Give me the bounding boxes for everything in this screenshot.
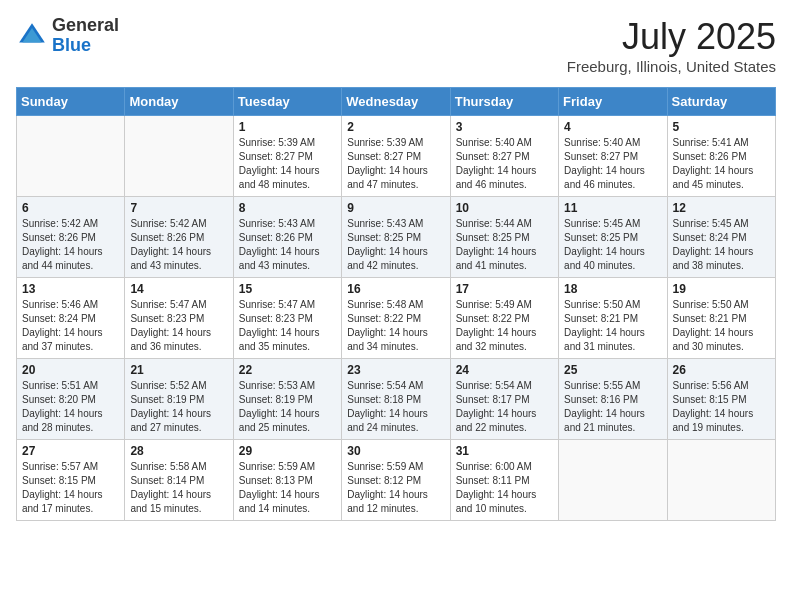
calendar-cell <box>125 116 233 197</box>
day-number: 25 <box>564 363 661 377</box>
day-info: Sunrise: 5:50 AMSunset: 8:21 PMDaylight:… <box>564 298 661 354</box>
day-number: 22 <box>239 363 336 377</box>
calendar-cell: 12Sunrise: 5:45 AMSunset: 8:24 PMDayligh… <box>667 197 775 278</box>
day-number: 26 <box>673 363 770 377</box>
day-info: Sunrise: 5:45 AMSunset: 8:24 PMDaylight:… <box>673 217 770 273</box>
day-info: Sunrise: 5:43 AMSunset: 8:25 PMDaylight:… <box>347 217 444 273</box>
day-number: 31 <box>456 444 553 458</box>
day-number: 17 <box>456 282 553 296</box>
calendar-table: SundayMondayTuesdayWednesdayThursdayFrid… <box>16 87 776 521</box>
day-info: Sunrise: 5:59 AMSunset: 8:13 PMDaylight:… <box>239 460 336 516</box>
day-info: Sunrise: 5:39 AMSunset: 8:27 PMDaylight:… <box>347 136 444 192</box>
calendar-cell: 14Sunrise: 5:47 AMSunset: 8:23 PMDayligh… <box>125 278 233 359</box>
day-number: 10 <box>456 201 553 215</box>
logo-icon <box>16 20 48 52</box>
calendar-cell: 18Sunrise: 5:50 AMSunset: 8:21 PMDayligh… <box>559 278 667 359</box>
day-info: Sunrise: 5:48 AMSunset: 8:22 PMDaylight:… <box>347 298 444 354</box>
day-info: Sunrise: 5:46 AMSunset: 8:24 PMDaylight:… <box>22 298 119 354</box>
day-number: 21 <box>130 363 227 377</box>
calendar-cell: 6Sunrise: 5:42 AMSunset: 8:26 PMDaylight… <box>17 197 125 278</box>
day-info: Sunrise: 5:40 AMSunset: 8:27 PMDaylight:… <box>564 136 661 192</box>
day-info: Sunrise: 5:52 AMSunset: 8:19 PMDaylight:… <box>130 379 227 435</box>
day-number: 30 <box>347 444 444 458</box>
calendar-cell: 15Sunrise: 5:47 AMSunset: 8:23 PMDayligh… <box>233 278 341 359</box>
calendar-cell: 26Sunrise: 5:56 AMSunset: 8:15 PMDayligh… <box>667 359 775 440</box>
logo: General Blue <box>16 16 119 56</box>
day-number: 11 <box>564 201 661 215</box>
day-info: Sunrise: 5:40 AMSunset: 8:27 PMDaylight:… <box>456 136 553 192</box>
day-info: Sunrise: 6:00 AMSunset: 8:11 PMDaylight:… <box>456 460 553 516</box>
calendar-cell: 1Sunrise: 5:39 AMSunset: 8:27 PMDaylight… <box>233 116 341 197</box>
day-info: Sunrise: 5:54 AMSunset: 8:17 PMDaylight:… <box>456 379 553 435</box>
calendar-cell: 24Sunrise: 5:54 AMSunset: 8:17 PMDayligh… <box>450 359 558 440</box>
calendar-cell: 31Sunrise: 6:00 AMSunset: 8:11 PMDayligh… <box>450 440 558 521</box>
weekday-header-friday: Friday <box>559 88 667 116</box>
calendar-cell: 19Sunrise: 5:50 AMSunset: 8:21 PMDayligh… <box>667 278 775 359</box>
day-number: 6 <box>22 201 119 215</box>
day-number: 4 <box>564 120 661 134</box>
calendar-cell: 22Sunrise: 5:53 AMSunset: 8:19 PMDayligh… <box>233 359 341 440</box>
calendar-cell: 21Sunrise: 5:52 AMSunset: 8:19 PMDayligh… <box>125 359 233 440</box>
logo-blue-text: Blue <box>52 35 91 55</box>
day-info: Sunrise: 5:45 AMSunset: 8:25 PMDaylight:… <box>564 217 661 273</box>
weekday-header-monday: Monday <box>125 88 233 116</box>
weekday-header-sunday: Sunday <box>17 88 125 116</box>
month-title: July 2025 <box>567 16 776 58</box>
day-number: 13 <box>22 282 119 296</box>
day-info: Sunrise: 5:56 AMSunset: 8:15 PMDaylight:… <box>673 379 770 435</box>
day-info: Sunrise: 5:50 AMSunset: 8:21 PMDaylight:… <box>673 298 770 354</box>
week-row-2: 6Sunrise: 5:42 AMSunset: 8:26 PMDaylight… <box>17 197 776 278</box>
week-row-5: 27Sunrise: 5:57 AMSunset: 8:15 PMDayligh… <box>17 440 776 521</box>
day-number: 19 <box>673 282 770 296</box>
calendar-cell: 30Sunrise: 5:59 AMSunset: 8:12 PMDayligh… <box>342 440 450 521</box>
day-info: Sunrise: 5:39 AMSunset: 8:27 PMDaylight:… <box>239 136 336 192</box>
calendar-cell: 2Sunrise: 5:39 AMSunset: 8:27 PMDaylight… <box>342 116 450 197</box>
day-number: 5 <box>673 120 770 134</box>
page-header: General Blue July 2025 Freeburg, Illinoi… <box>16 16 776 75</box>
day-info: Sunrise: 5:47 AMSunset: 8:23 PMDaylight:… <box>239 298 336 354</box>
calendar-cell: 5Sunrise: 5:41 AMSunset: 8:26 PMDaylight… <box>667 116 775 197</box>
day-info: Sunrise: 5:42 AMSunset: 8:26 PMDaylight:… <box>22 217 119 273</box>
day-info: Sunrise: 5:51 AMSunset: 8:20 PMDaylight:… <box>22 379 119 435</box>
weekday-header-thursday: Thursday <box>450 88 558 116</box>
day-number: 7 <box>130 201 227 215</box>
week-row-3: 13Sunrise: 5:46 AMSunset: 8:24 PMDayligh… <box>17 278 776 359</box>
weekday-header-wednesday: Wednesday <box>342 88 450 116</box>
day-number: 14 <box>130 282 227 296</box>
day-info: Sunrise: 5:49 AMSunset: 8:22 PMDaylight:… <box>456 298 553 354</box>
calendar-cell: 25Sunrise: 5:55 AMSunset: 8:16 PMDayligh… <box>559 359 667 440</box>
calendar-cell: 10Sunrise: 5:44 AMSunset: 8:25 PMDayligh… <box>450 197 558 278</box>
logo-text: General Blue <box>52 16 119 56</box>
calendar-cell <box>667 440 775 521</box>
day-number: 20 <box>22 363 119 377</box>
day-number: 2 <box>347 120 444 134</box>
calendar-cell: 29Sunrise: 5:59 AMSunset: 8:13 PMDayligh… <box>233 440 341 521</box>
day-number: 12 <box>673 201 770 215</box>
day-number: 24 <box>456 363 553 377</box>
day-number: 8 <box>239 201 336 215</box>
day-info: Sunrise: 5:47 AMSunset: 8:23 PMDaylight:… <box>130 298 227 354</box>
weekday-header-tuesday: Tuesday <box>233 88 341 116</box>
day-info: Sunrise: 5:57 AMSunset: 8:15 PMDaylight:… <box>22 460 119 516</box>
weekday-header-saturday: Saturday <box>667 88 775 116</box>
calendar-cell: 17Sunrise: 5:49 AMSunset: 8:22 PMDayligh… <box>450 278 558 359</box>
calendar-cell <box>559 440 667 521</box>
day-info: Sunrise: 5:55 AMSunset: 8:16 PMDaylight:… <box>564 379 661 435</box>
calendar-cell: 9Sunrise: 5:43 AMSunset: 8:25 PMDaylight… <box>342 197 450 278</box>
day-number: 9 <box>347 201 444 215</box>
day-number: 29 <box>239 444 336 458</box>
calendar-cell: 7Sunrise: 5:42 AMSunset: 8:26 PMDaylight… <box>125 197 233 278</box>
week-row-1: 1Sunrise: 5:39 AMSunset: 8:27 PMDaylight… <box>17 116 776 197</box>
day-info: Sunrise: 5:44 AMSunset: 8:25 PMDaylight:… <box>456 217 553 273</box>
calendar-cell: 11Sunrise: 5:45 AMSunset: 8:25 PMDayligh… <box>559 197 667 278</box>
day-info: Sunrise: 5:59 AMSunset: 8:12 PMDaylight:… <box>347 460 444 516</box>
calendar-cell: 4Sunrise: 5:40 AMSunset: 8:27 PMDaylight… <box>559 116 667 197</box>
day-info: Sunrise: 5:58 AMSunset: 8:14 PMDaylight:… <box>130 460 227 516</box>
calendar-cell: 27Sunrise: 5:57 AMSunset: 8:15 PMDayligh… <box>17 440 125 521</box>
day-info: Sunrise: 5:43 AMSunset: 8:26 PMDaylight:… <box>239 217 336 273</box>
day-number: 28 <box>130 444 227 458</box>
day-number: 23 <box>347 363 444 377</box>
calendar-cell: 16Sunrise: 5:48 AMSunset: 8:22 PMDayligh… <box>342 278 450 359</box>
logo-general-text: General <box>52 15 119 35</box>
calendar-cell: 28Sunrise: 5:58 AMSunset: 8:14 PMDayligh… <box>125 440 233 521</box>
